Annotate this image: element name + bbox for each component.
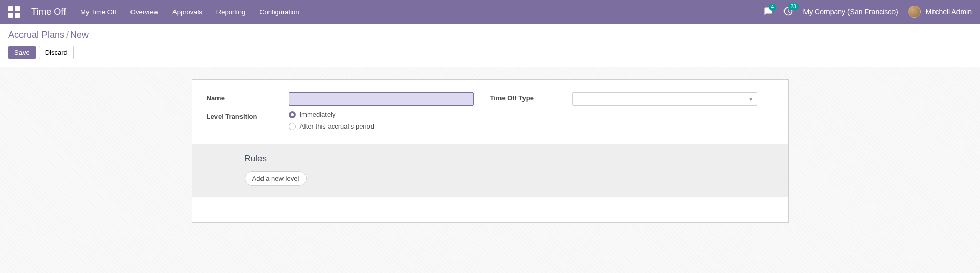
activities-badge: 23 (788, 3, 799, 10)
transition-field-wrap: Immediately After this accrual's period (289, 111, 490, 130)
nav-menu: My Time Off Overview Approvals Reporting… (80, 8, 299, 16)
form-sheet-bg: Name Time Off Type ▾ (0, 67, 980, 235)
breadcrumb-separator: / (66, 30, 69, 40)
user-menu[interactable]: Mitchell Admin (908, 6, 972, 18)
rules-inner: Rules Add a new level (207, 154, 774, 186)
radio-after-period-label: After this accrual's period (300, 122, 375, 130)
type-label: Time Off Type (490, 92, 572, 106)
radio-checked-icon (289, 111, 296, 118)
nav-reporting[interactable]: Reporting (216, 8, 245, 16)
messages-badge: 4 (769, 4, 777, 11)
nav-left: Time Off My Time Off Overview Approvals … (8, 6, 299, 18)
radio-unchecked-icon (289, 123, 296, 130)
name-field-wrap (289, 92, 490, 106)
form-col-transition: Level Transition Immediately After this … (207, 111, 490, 130)
nav-right: 4 23 My Company (San Francisco) Mitchell… (764, 6, 972, 18)
form-row-2: Level Transition Immediately After this … (207, 111, 774, 130)
save-button[interactable]: Save (8, 46, 36, 59)
discard-button[interactable]: Discard (39, 46, 74, 59)
name-input[interactable] (289, 92, 474, 106)
chevron-down-icon: ▾ (749, 95, 753, 103)
control-panel: Accrual Plans/New Save Discard (0, 24, 980, 67)
company-switcher[interactable]: My Company (San Francisco) (803, 8, 898, 16)
radio-immediately-label: Immediately (300, 111, 336, 118)
user-name: Mitchell Admin (926, 8, 972, 16)
rules-title: Rules (245, 154, 774, 164)
control-buttons: Save Discard (8, 46, 972, 59)
transition-radio-group: Immediately After this accrual's period (289, 111, 474, 130)
name-label: Name (207, 92, 289, 106)
activities-button[interactable]: 23 (783, 6, 793, 18)
avatar (908, 6, 921, 18)
breadcrumb-parent[interactable]: Accrual Plans (8, 30, 64, 40)
top-navbar: Time Off My Time Off Overview Approvals … (0, 0, 980, 24)
breadcrumb-current: New (70, 30, 89, 40)
sheet-footer-space (192, 197, 788, 209)
app-title[interactable]: Time Off (31, 7, 66, 17)
form-sheet: Name Time Off Type ▾ (192, 79, 789, 223)
nav-my-time-off[interactable]: My Time Off (80, 8, 116, 16)
form-col-empty (490, 111, 774, 130)
messages-button[interactable]: 4 (764, 7, 773, 17)
nav-overview[interactable]: Overview (130, 8, 158, 16)
nav-approvals[interactable]: Approvals (172, 8, 202, 16)
radio-after-period[interactable]: After this accrual's period (289, 122, 474, 130)
radio-immediately[interactable]: Immediately (289, 111, 474, 118)
apps-icon[interactable] (8, 6, 20, 18)
add-level-button[interactable]: Add a new level (245, 171, 307, 186)
form-col-type: Time Off Type ▾ (490, 92, 774, 106)
type-field-wrap: ▾ (572, 92, 774, 106)
form-col-name: Name (207, 92, 490, 106)
nav-configuration[interactable]: Configuration (259, 8, 299, 16)
time-off-type-select[interactable]: ▾ (572, 92, 757, 106)
breadcrumb: Accrual Plans/New (8, 30, 972, 40)
form-upper: Name Time Off Type ▾ (192, 80, 788, 144)
form-row-1: Name Time Off Type ▾ (207, 92, 774, 106)
transition-label: Level Transition (207, 111, 289, 130)
rules-section: Rules Add a new level (192, 144, 788, 197)
